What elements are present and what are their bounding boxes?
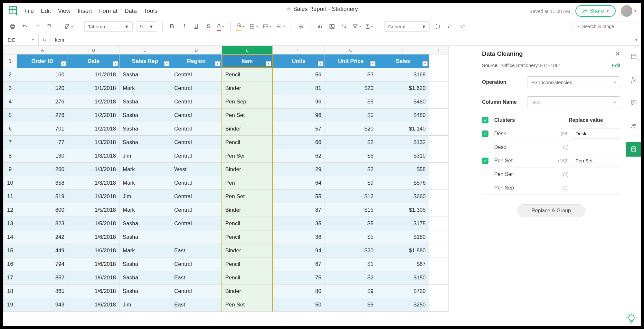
row-header[interactable]: 12 bbox=[4, 203, 17, 217]
row-header[interactable]: 5 bbox=[4, 109, 17, 122]
merge-cells-button[interactable]: ▼ bbox=[263, 22, 272, 31]
font-color-button[interactable]: A▼ bbox=[217, 22, 225, 31]
cell[interactable]: 449 bbox=[17, 244, 68, 257]
table-row[interactable]: 103581/3/2018MarkCentralPen64$9$576 bbox=[4, 176, 449, 190]
cell[interactable]: $2 bbox=[325, 271, 377, 285]
cell[interactable]: 242 bbox=[17, 230, 68, 244]
cell[interactable]: Central bbox=[171, 82, 222, 95]
cell[interactable]: $5 bbox=[325, 298, 377, 312]
cell[interactable]: $2 bbox=[325, 163, 377, 176]
replace-group-button[interactable]: Replace & Group bbox=[517, 204, 585, 217]
row-header[interactable]: 7 bbox=[4, 136, 17, 149]
filter-icon[interactable]: ▾ bbox=[164, 61, 169, 66]
cell[interactable]: Central bbox=[171, 149, 222, 163]
cell[interactable]: Pen Set bbox=[222, 298, 273, 312]
row-header[interactable]: 8 bbox=[4, 149, 17, 163]
table-row[interactable]: 52761/2/2018SashaCentralPen Set96$5$480 bbox=[4, 109, 449, 122]
edit-source-link[interactable]: Edit bbox=[612, 63, 620, 68]
fx-icon[interactable]: fx bbox=[39, 34, 51, 45]
table-row[interactable]: 7771/3/2018SashaCentralPencil66$2$132 bbox=[4, 136, 449, 149]
cell[interactable]: Central bbox=[171, 203, 222, 217]
row-header[interactable]: 6 bbox=[4, 122, 17, 136]
cell[interactable]: 1/3/2018 bbox=[68, 149, 119, 163]
cell[interactable]: 865 bbox=[17, 285, 68, 298]
table-row[interactable]: 142421/6/2018SashaPencil36$5$180 bbox=[4, 230, 449, 244]
row-header[interactable]: 15 bbox=[4, 244, 17, 257]
align-button[interactable]: ▼ bbox=[276, 22, 286, 31]
col-header-E[interactable]: E bbox=[222, 46, 273, 54]
row-header[interactable]: 1 bbox=[4, 54, 17, 68]
col-header-H[interactable]: H bbox=[377, 46, 429, 54]
cell[interactable]: Binder bbox=[222, 163, 273, 176]
cell[interactable]: Mark bbox=[119, 176, 171, 190]
cell[interactable]: East bbox=[171, 244, 222, 257]
row-header[interactable]: 11 bbox=[4, 190, 17, 203]
cell[interactable]: Sasha bbox=[119, 95, 171, 109]
column-header-region[interactable]: Region▾ bbox=[171, 54, 222, 68]
table-row[interactable]: 199431/6/2018JimEastPen Set50$5$250 bbox=[4, 298, 449, 312]
cell[interactable]: Pencil bbox=[222, 136, 273, 149]
cell[interactable]: Binder bbox=[222, 82, 273, 95]
cell[interactable]: Pen Set bbox=[222, 109, 273, 122]
cell[interactable]: 1/6/2018 bbox=[68, 285, 119, 298]
cell[interactable]: 276 bbox=[17, 109, 68, 122]
table-row[interactable]: 167941/6/2018SashaCentralPencil67$1$67 bbox=[4, 257, 449, 271]
menu-view[interactable]: View bbox=[58, 8, 71, 15]
cell[interactable]: $67 bbox=[377, 257, 429, 271]
cell[interactable]: $20 bbox=[325, 122, 377, 136]
cell[interactable]: East bbox=[171, 271, 222, 285]
cell[interactable]: 1/1/2018 bbox=[68, 68, 119, 82]
font-family-select[interactable]: Tahoma▼ bbox=[84, 21, 133, 32]
cell[interactable]: West bbox=[171, 163, 222, 176]
col-header-A[interactable]: A bbox=[17, 46, 68, 54]
row-header[interactable]: 4 bbox=[4, 95, 17, 109]
cell[interactable]: Central bbox=[171, 217, 222, 230]
menu-edit[interactable]: Edit bbox=[41, 8, 51, 15]
underline-button[interactable]: U bbox=[192, 22, 201, 31]
cell[interactable]: 520 bbox=[17, 82, 68, 95]
cell[interactable]: $5 bbox=[325, 95, 377, 109]
app-logo-icon[interactable] bbox=[7, 5, 20, 17]
cell[interactable]: Mark bbox=[119, 244, 171, 257]
spreadsheet-grid[interactable]: ABCDEFGHI1Order ID▾Date▾Sales Rep▾Region… bbox=[3, 46, 449, 312]
cell[interactable]: Pencil bbox=[222, 271, 273, 285]
col-header-C[interactable]: C bbox=[119, 46, 171, 54]
cell[interactable]: $150 bbox=[377, 271, 429, 285]
cell[interactable]: $5 bbox=[325, 217, 377, 230]
decrease-decimal-icon[interactable]: .0.0 bbox=[446, 22, 454, 31]
cell[interactable]: $175 bbox=[377, 217, 429, 230]
cell[interactable]: 29 bbox=[273, 163, 325, 176]
cell[interactable]: 794 bbox=[17, 257, 68, 271]
fill-color-button[interactable]: ▼ bbox=[236, 22, 245, 31]
name-box[interactable]: E:E▾ bbox=[3, 34, 39, 45]
cell[interactable]: 1/3/2018 bbox=[68, 136, 119, 149]
cell[interactable]: $5 bbox=[325, 230, 377, 244]
cell[interactable]: $3 bbox=[325, 68, 377, 82]
cell[interactable]: $480 bbox=[377, 95, 429, 109]
cell[interactable]: $2 bbox=[325, 136, 377, 149]
cell[interactable]: Binder bbox=[222, 122, 273, 136]
menu-tools[interactable]: Tools bbox=[144, 8, 157, 15]
cell[interactable]: Sasha bbox=[119, 230, 171, 244]
cell[interactable]: 1/2/2018 bbox=[68, 109, 119, 122]
replace-value-input[interactable] bbox=[572, 129, 620, 139]
cell[interactable]: 852 bbox=[17, 271, 68, 285]
bold-button[interactable]: B bbox=[168, 22, 176, 31]
cell[interactable]: Sasha bbox=[119, 122, 171, 136]
cell[interactable]: Mark bbox=[119, 203, 171, 217]
user-avatar[interactable]: ▼ bbox=[621, 5, 637, 17]
parentheses-icon[interactable]: ( ) bbox=[433, 22, 442, 31]
rail-settings-icon[interactable]: ▾ bbox=[626, 49, 641, 64]
cell[interactable]: Jim bbox=[119, 190, 171, 203]
cell[interactable]: 62 bbox=[273, 149, 325, 163]
rail-fx-icon[interactable]: fx bbox=[626, 72, 641, 87]
cell[interactable]: 56 bbox=[273, 68, 325, 82]
cell[interactable]: $250 bbox=[377, 298, 429, 312]
cell[interactable]: $5 bbox=[325, 149, 377, 163]
cell[interactable]: 1/6/2018 bbox=[68, 230, 119, 244]
cell[interactable]: 260 bbox=[17, 163, 68, 176]
table-row[interactable]: 128001/5/2018MarkCentralBinder87$15$1,30… bbox=[4, 203, 449, 217]
cell[interactable]: 800 bbox=[17, 203, 68, 217]
cell[interactable] bbox=[171, 230, 222, 244]
column-header-date[interactable]: Date▾ bbox=[68, 54, 119, 68]
